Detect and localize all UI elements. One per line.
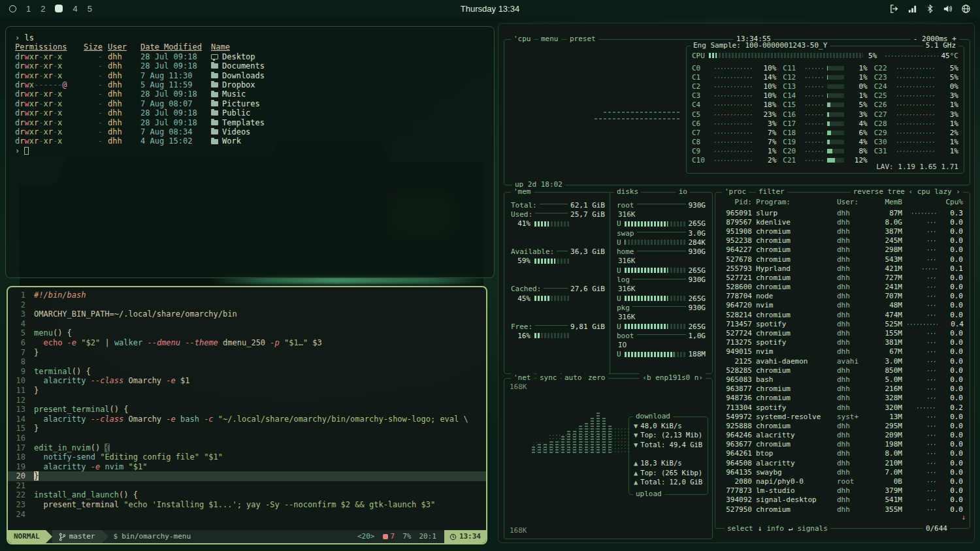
proc-row[interactable]: 713457spotifydhh525M0.4 [717,319,968,328]
editor-line[interactable]: 18 notify-send "Editing config file" "$1… [8,452,486,462]
proc-row[interactable]: 949015nvimdhh67M0.0 [717,347,968,356]
editor-line[interactable]: 22install_and_launch() { [8,490,486,500]
menu-button[interactable]: menu [538,35,561,44]
disks-toggle[interactable]: disks [614,187,641,197]
proc-row[interactable]: 951908chromiumdhh387M0.0 [717,227,968,236]
core-C16: C163% [783,110,867,119]
proc-row[interactable]: 527724chromiumdhh155M0.0 [717,328,968,338]
signals-action[interactable]: signals [798,524,828,533]
net-stat: ▼Total: 49,4 GiB [634,440,705,449]
proc-row[interactable]: 527721chromiumdhh727M0.0 [717,273,968,282]
shell-prompt[interactable]: › [15,146,485,155]
proc-row[interactable]: 713304spotifydhh320M0.2 [717,403,968,412]
proc-row[interactable]: 964246alacrittydhh209M0.0 [717,431,968,440]
cpu-box: 'cpu menu preset 13:34:55 - 2000ms + up … [504,39,970,185]
core-C31: C311% [874,147,958,156]
diagnostic-icon [383,534,388,539]
logout-icon[interactable] [889,4,899,14]
tree-button[interactable]: tree [885,187,908,197]
editor-line[interactable]: 19 alacritty -e nvim "$1" [8,462,486,472]
editor-line[interactable]: 3OMARCHY_BIN_PATH=~/.local/share/omarchy… [8,309,486,319]
editor-line[interactable]: 11} [8,386,486,396]
net-box-title: 'net [511,373,534,383]
mem-box-title: 'mem [511,187,534,197]
proc-row[interactable]: 963877chromiumdhh216M0.0 [717,385,968,394]
cpu-graph [604,112,681,113]
proc-row[interactable]: 925888chromiumdhh295M0.0 [717,421,968,430]
editor-line[interactable]: 13present_terminal() { [8,405,486,415]
ls-row: drwxr-xr-x-dhh28 Jul 09:18Public [15,108,485,118]
proc-row[interactable]: 2125avahi-daemonavahi3.0M0.0 [717,356,968,366]
editor-line[interactable]: 6 echo -e "$2" | walker --dmenu --theme … [8,338,486,348]
proc-row[interactable]: 528600chromiumdhh241M0.0 [717,283,968,292]
filename: bin/omarchy-menu [122,532,191,542]
folder-icon [211,129,218,134]
editor-line[interactable]: 15} [8,424,486,433]
editor-line[interactable]: 7} [8,348,486,358]
proc-row[interactable]: 777873lm-studiodhh379M0.0 [717,486,968,496]
proc-row[interactable]: 964720nvimdhh48M0.0 [717,301,968,310]
editor-line[interactable]: 5menu() { [8,328,486,338]
proc-row[interactable]: 713275spotifydhh381M0.0 [717,338,968,347]
editor-line[interactable]: 24 [8,510,486,520]
editor-line[interactable]: 9terminal() { [8,367,486,377]
editor-line[interactable]: 21 [8,481,486,491]
editor-line[interactable]: 10 alacritty --class Omarchy -e $1 [8,376,486,386]
proc-row[interactable]: 964135swaybgdhh7.0M0.0 [717,467,968,477]
editor-line[interactable]: 14 alacritty --class Omarchy -e bash -c … [8,415,486,424]
reverse-button[interactable]: reverse [851,187,886,197]
proc-row[interactable]: 549972systemd-resolvesyst+13M0.0 [717,412,968,421]
proc-row[interactable]: 964508alacrittydhh210M0.0 [717,458,968,467]
proc-row[interactable]: 2080napi/phy0-0root0B0.0 [717,477,968,486]
editor-line[interactable]: 12 [8,396,486,405]
editor-line[interactable]: 2 [8,300,486,310]
proc-row[interactable]: 948736chromiumdhh328M0.0 [717,394,968,403]
proc-row[interactable]: 964227chromiumdhh298M0.0 [717,245,968,255]
proc-row[interactable]: 965083bashdhh5.0M0.0 [717,375,968,384]
volume-icon[interactable] [943,4,953,14]
core-C27: C273% [874,110,958,119]
proc-row[interactable]: 255793Hyprlanddhh421M0.1 [717,264,968,273]
proc-row[interactable]: 394092signal-desktopdhh541M0.0 [717,496,968,505]
proc-header: Pid: Program: User: MemB Cpu% [717,198,968,206]
core-C8: C87% [692,138,776,147]
io-toggle[interactable]: io [676,187,690,197]
disk-rows: root930G316KU265Gswap3.0GU284Khome930G31… [617,200,706,359]
proc-row[interactable]: 879567kdenlivedhh8.0G0.0 [717,217,968,227]
core-C3: C310% [692,91,776,101]
statusline: NORMAL master $ bin/omarchy-menu <20> 7 … [8,530,486,543]
info-action[interactable]: info [766,524,784,533]
select-action[interactable]: select [727,524,753,533]
proc-row[interactable]: 952238chromiumdhh245M0.0 [717,236,968,245]
editor-line[interactable]: 23 present_terminal "echo 'Installing $1… [8,500,486,510]
network-icon[interactable] [907,4,917,14]
folder-icon [211,139,218,144]
proc-row[interactable]: 778704nodedhh707M0.0 [717,292,968,301]
filter-button[interactable]: filter [756,187,787,197]
editor-line[interactable]: 4 [8,319,486,329]
editor-line[interactable]: 16 [8,433,486,443]
proc-row[interactable]: 528285chromiumdhh850M0.0 [717,366,968,375]
scroll-down-icon[interactable]: ↓ [961,513,966,522]
editor-line[interactable]: 17edit_in_nvim() { [8,443,486,453]
proc-row[interactable]: 527950chromiumdhh355M0.0 [717,505,968,514]
auto-button[interactable]: auto [562,373,585,383]
proc-row[interactable]: 528214chromiumdhh474M0.0 [717,310,968,319]
prompt-icon: › [15,146,20,155]
shell-prefix: $ [114,532,118,542]
proc-row[interactable]: 964261btopdhh8.0M0.0 [717,449,968,458]
editor-line[interactable]: 20} [8,471,486,481]
proc-row[interactable]: 965091slurpdhh87M0.3 [717,208,968,217]
globe-icon[interactable] [961,4,971,14]
proc-row[interactable]: 963677chromiumdhh198M0.0 [717,440,968,449]
bluetooth-icon[interactable] [926,4,934,14]
sync-button[interactable]: sync [537,373,560,383]
sort-selector[interactable]: ‹ cpu lazy › [906,187,963,197]
editor-line[interactable]: 1#!/bin/bash [8,291,486,300]
zero-button[interactable]: zero [585,373,608,383]
editor-lines[interactable]: 1#!/bin/bash23OMARCHY_BIN_PATH=~/.local/… [8,287,486,519]
preset-button[interactable]: preset [567,35,598,44]
network-interface[interactable]: ‹b enp191s0 n› [640,373,706,383]
proc-row[interactable]: 527678chromiumdhh543M0.0 [717,255,968,264]
editor-line[interactable]: 8 [8,357,486,367]
